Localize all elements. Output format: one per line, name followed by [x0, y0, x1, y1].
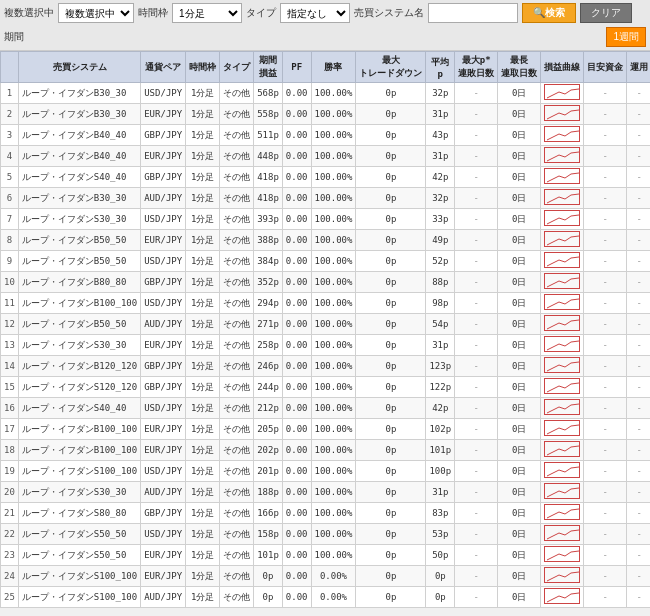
row-maxloss: -: [455, 524, 498, 545]
table-row: 1 ループ・イフダンB30_30 USD/JPY 1分足 その他 568p 0.…: [1, 83, 651, 104]
row-num: 3: [1, 125, 19, 146]
row-chart: [541, 356, 584, 377]
row-type: その他: [220, 104, 254, 125]
row-pair: GBP/JPY: [141, 272, 186, 293]
row-pf: 0.00: [282, 377, 311, 398]
row-chart: [541, 251, 584, 272]
row-pnl: 158p: [254, 524, 283, 545]
row-use: -: [627, 419, 650, 440]
row-type: その他: [220, 419, 254, 440]
row-fund: -: [584, 419, 627, 440]
row-timeframe: 1分足: [186, 461, 220, 482]
row-fund: -: [584, 461, 627, 482]
row-type: その他: [220, 377, 254, 398]
row-maxloss: -: [455, 272, 498, 293]
clear-button[interactable]: クリア: [580, 3, 632, 23]
row-pnl: 448p: [254, 146, 283, 167]
row-timeframe: 1分足: [186, 251, 220, 272]
row-timeframe: 1分足: [186, 356, 220, 377]
row-timeframe: 1分足: [186, 209, 220, 230]
row-timeframe: 1分足: [186, 440, 220, 461]
row-use: -: [627, 356, 650, 377]
row-num: 25: [1, 587, 19, 608]
row-maxdd: 0p: [356, 524, 426, 545]
row-maxwin: 0日: [498, 188, 541, 209]
filter-select[interactable]: 複数選択中: [58, 3, 134, 23]
row-chart: [541, 209, 584, 230]
row-type: その他: [220, 209, 254, 230]
type-select[interactable]: 指定なし: [280, 3, 350, 23]
row-chart: [541, 104, 584, 125]
row-avg: 31p: [426, 335, 455, 356]
row-use: -: [627, 503, 650, 524]
row-pnl: 418p: [254, 188, 283, 209]
row-maxloss: -: [455, 104, 498, 125]
row-pf: 0.00: [282, 230, 311, 251]
row-maxdd: 0p: [356, 125, 426, 146]
row-maxloss: -: [455, 167, 498, 188]
row-maxdd: 0p: [356, 209, 426, 230]
system-input[interactable]: [428, 3, 518, 23]
row-maxwin: 0日: [498, 83, 541, 104]
row-pf: 0.00: [282, 419, 311, 440]
row-maxdd: 0p: [356, 314, 426, 335]
row-maxdd: 0p: [356, 440, 426, 461]
row-pair: USD/JPY: [141, 398, 186, 419]
row-pnl: 101p: [254, 545, 283, 566]
system-label: 売買システム名: [354, 6, 424, 20]
row-wr: 100.00%: [311, 251, 356, 272]
row-maxwin: 0日: [498, 398, 541, 419]
row-num: 12: [1, 314, 19, 335]
row-wr: 0.00%: [311, 566, 356, 587]
row-chart: [541, 293, 584, 314]
row-maxwin: 0日: [498, 503, 541, 524]
row-fund: -: [584, 104, 627, 125]
row-wr: 100.00%: [311, 293, 356, 314]
row-maxdd: 0p: [356, 230, 426, 251]
row-num: 6: [1, 188, 19, 209]
row-avg: 54p: [426, 314, 455, 335]
row-avg: 33p: [426, 209, 455, 230]
row-pair: EUR/JPY: [141, 566, 186, 587]
table-row: 15 ループ・イフダンS120_120 GBP/JPY 1分足 その他 244p…: [1, 377, 651, 398]
row-system-name: ループ・イフダンB40_40: [18, 125, 140, 146]
row-avg: 122p: [426, 377, 455, 398]
row-timeframe: 1分足: [186, 314, 220, 335]
row-pnl: 418p: [254, 167, 283, 188]
row-num: 17: [1, 419, 19, 440]
table-row: 23 ループ・イフダンS50_50 EUR/JPY 1分足 その他 101p 0…: [1, 545, 651, 566]
row-pair: EUR/JPY: [141, 440, 186, 461]
row-num: 18: [1, 440, 19, 461]
row-pair: EUR/JPY: [141, 146, 186, 167]
row-use: -: [627, 482, 650, 503]
row-use: -: [627, 377, 650, 398]
time-select[interactable]: 1分足: [172, 3, 242, 23]
row-maxdd: 0p: [356, 356, 426, 377]
row-maxdd: 0p: [356, 146, 426, 167]
table-row: 19 ループ・イフダンS100_100 USD/JPY 1分足 その他 201p…: [1, 461, 651, 482]
row-use: -: [627, 125, 650, 146]
row-maxdd: 0p: [356, 461, 426, 482]
row-timeframe: 1分足: [186, 545, 220, 566]
row-chart: [541, 83, 584, 104]
row-pnl: 384p: [254, 251, 283, 272]
row-wr: 100.00%: [311, 314, 356, 335]
time-label: 時間枠: [138, 6, 168, 20]
row-maxwin: 0日: [498, 209, 541, 230]
search-button[interactable]: 🔍検索: [522, 3, 576, 23]
row-timeframe: 1分足: [186, 419, 220, 440]
row-fund: -: [584, 293, 627, 314]
row-pf: 0.00: [282, 146, 311, 167]
period-tab-1week[interactable]: 1週間: [606, 27, 646, 47]
row-wr: 100.00%: [311, 125, 356, 146]
row-pf: 0.00: [282, 209, 311, 230]
row-pair: GBP/JPY: [141, 167, 186, 188]
row-avg: 32p: [426, 188, 455, 209]
row-use: -: [627, 314, 650, 335]
row-avg: 32p: [426, 83, 455, 104]
row-pf: 0.00: [282, 545, 311, 566]
row-chart: [541, 566, 584, 587]
row-type: その他: [220, 461, 254, 482]
row-num: 10: [1, 272, 19, 293]
row-pf: 0.00: [282, 356, 311, 377]
